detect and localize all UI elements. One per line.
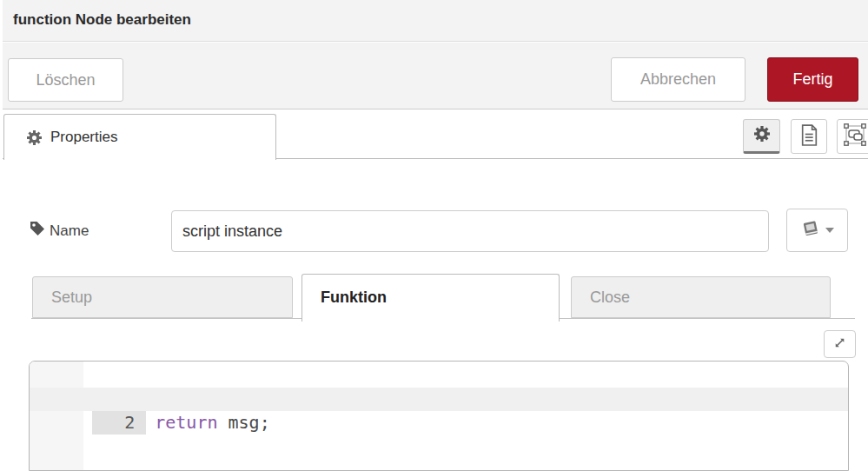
name-input[interactable] [171, 210, 769, 252]
edit-dialog: function Node bearbeiten Löschen Abbrech… [0, 0, 868, 471]
code-line-active: 2return msg; [30, 388, 848, 411]
code-token: msg; [218, 412, 270, 433]
description-button[interactable] [791, 119, 827, 154]
tag-icon [29, 220, 46, 241]
expand-icon [833, 336, 846, 353]
name-label: Name [50, 222, 89, 240]
gear-icon [27, 130, 42, 149]
tab-close[interactable]: Close [571, 276, 831, 318]
dialog-header: function Node bearbeiten [3, 0, 868, 42]
edit-properties-button[interactable] [743, 119, 780, 154]
code-editor[interactable]: 1msg.payload = '{"name":"MyPythonScript1… [29, 361, 849, 471]
delete-button[interactable]: Löschen [8, 58, 123, 102]
gear-icon [754, 126, 770, 145]
caret-down-icon [825, 228, 834, 233]
cancel-button[interactable]: Abbrechen [611, 57, 745, 102]
tab-setup[interactable]: Setup [32, 276, 293, 318]
dialog-title: function Node bearbeiten [13, 11, 191, 29]
done-button[interactable]: Fertig [767, 57, 858, 102]
appearance-icon [844, 123, 866, 149]
appearance-button[interactable] [837, 119, 868, 154]
tab-funktion[interactable]: Funktion [301, 274, 560, 322]
code-line: 1msg.payload = '{"name":"MyPythonScript1… [30, 364, 848, 388]
tab-properties[interactable]: Properties [3, 114, 276, 160]
library-button[interactable] [786, 209, 848, 252]
book-icon [801, 220, 820, 242]
tab-properties-label: Properties [50, 129, 117, 146]
expand-editor-button[interactable] [824, 330, 856, 358]
line-number: 2 [92, 411, 146, 435]
document-icon [800, 124, 818, 149]
code-token: return [155, 412, 217, 433]
